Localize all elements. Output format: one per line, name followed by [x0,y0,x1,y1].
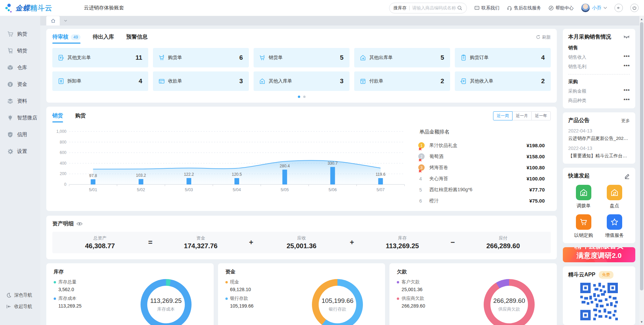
svg-text:200: 200 [60,171,66,176]
help-compass-icon [548,5,554,11]
survey-banner[interactable]: 精斗云新版首页 满意度调研2.0 全新首页已到来 期待收到您的反馈 [563,247,635,262]
after-sales-service-link[interactable]: 售后在线服务 [507,5,541,11]
todo-card-purchase-order[interactable]: 购货单6 [153,48,249,67]
quick-action-value-added[interactable]: 增值服务 [599,214,630,238]
todo-card-other-outbound[interactable]: 其他出库单5 [354,48,450,67]
ranking-row[interactable]: 3 烤海苔卷¥100.80 [419,162,545,173]
todo-card-sales-order[interactable]: 销货单5 [254,48,350,67]
range-last-month-button[interactable]: 近一月 [512,111,532,120]
todo-card-disassembly[interactable]: 拆卸单4 [52,71,148,91]
tab-purchase-trend[interactable]: 购货 [75,112,86,122]
search-icon[interactable] [457,5,463,11]
shield-check-icon [7,131,13,138]
ranking-row[interactable]: 2 葡萄酒¥158.00 [419,151,545,162]
tab-pending-approval[interactable]: 待审核 49 [52,34,80,44]
scrollbar-up-arrow[interactable]: ▲ [639,17,644,21]
operator-plus: + [350,238,354,247]
todo-card-other-income[interactable]: 其他收入单2 [455,71,551,91]
tab-alerts[interactable]: 预警信息 [126,34,148,44]
tab-sales-trend[interactable]: 销货 [52,112,63,122]
logo-text: 金蝶精斗云 [15,3,52,13]
todo-card-receipt[interactable]: 收款单3 [153,71,249,91]
legend-supplier-debt: 供应商欠款 266,289.60 [397,295,454,309]
yen-circle-icon [7,81,13,88]
refresh-button[interactable]: 刷新 [536,34,551,43]
edit-pencil-icon[interactable] [624,173,630,179]
cart-icon [579,218,588,226]
assets-title: 资产明细 [52,220,74,227]
dark-nav-toggle[interactable]: 深色导航 [0,289,40,301]
tab-dropdown-button[interactable] [62,16,69,25]
quick-action-purchase-by-sales[interactable]: 以销定购 [568,214,599,238]
scrollbar-thumb[interactable] [640,22,643,290]
user-menu[interactable]: 小乔 [581,3,607,12]
ranking-row[interactable]: 6 橙汁¥75.00 [419,195,545,206]
todo-card-other-inbound[interactable]: 其他入库单3 [254,71,350,91]
svg-text:120.5: 120.5 [232,172,242,177]
date-range-group: 近一周 近一月 近一年 [493,111,551,123]
ranking-row[interactable]: 5 西红柿意粉酱190g*6¥77.70 [419,184,545,195]
exit-back-button[interactable] [614,4,623,12]
tab-pending-in-out[interactable]: 待出入库 [93,34,114,44]
carousel-dot[interactable] [303,96,306,98]
legend-dot [397,297,399,300]
help-center-link[interactable]: 帮助中心 [548,5,574,11]
carousel-dot-active[interactable] [298,96,300,98]
range-last-year-button[interactable]: 近一年 [531,111,551,120]
scrollbar-down-arrow[interactable]: ▼ [639,320,644,324]
contact-us-link[interactable]: 联系我们 [474,5,499,11]
quick-action-transfer[interactable]: 调拨单 [568,185,599,209]
page-scrollbar[interactable]: ▲ ▼ [639,16,644,325]
sidebar-item-purchase[interactable]: 购货 [0,25,40,42]
banner-line-2: 满意度调研2.0 [577,251,622,260]
handtruck-icon [7,48,13,54]
search-scope-selector[interactable]: 搜库存 [393,5,407,11]
sidebar-item-credit[interactable]: 信用 [0,126,40,143]
range-last-week-button[interactable]: 近一周 [493,111,513,120]
todo-card-other-expense[interactable]: 其他支出单11 [52,48,148,67]
formula-payable: 应付266,289.60 [483,235,523,250]
logout-power-button[interactable] [630,4,639,12]
sales-revenue-row: 销售收入*** [568,54,630,60]
sidebar-item-data[interactable]: 资料 [0,93,40,109]
announcements-title: 产品公告 [568,117,621,124]
sidebar-item-funds[interactable]: 资金 [0,76,40,93]
funds-donut-chart: 105,199.66银行存款 [312,279,363,325]
pending-count-badge: 49 [71,34,80,40]
svg-text:400: 400 [60,161,66,166]
collapse-nav-button[interactable]: 收起导航 [0,301,40,312]
cart-icon [7,31,13,37]
debt-donut-card: 欠款 客户欠款 25,001.36 供应商欠款 266,289.60 [389,263,557,325]
sidebar-item-sales[interactable]: 销货 [0,42,40,59]
sidebar-item-warehouse[interactable]: 仓库 [0,59,40,76]
announcement-item[interactable]: 2022-04-13 【重要通知】精斗云工作台域… [568,146,630,159]
debt-donut-chart: 266,289.60供应商欠款 [484,279,535,325]
home-tab[interactable] [46,16,60,25]
svg-text:1,000: 1,000 [56,129,66,134]
search-input[interactable] [412,5,457,10]
more-link[interactable]: 更多 [621,118,630,124]
star-icon [610,218,619,226]
eye-hidden-icon[interactable] [623,35,630,39]
app-logo[interactable]: 金蝶精斗云 [5,3,70,13]
search-box[interactable]: 搜库存 [389,3,467,13]
formula-funds: 资金174,327.76 [180,235,221,250]
ranking-row[interactable]: 1 果汁饮品礼盒¥198.00 [419,140,545,151]
announcement-item[interactable]: 2022-04-13 云进销存产品更新公告_20220… [568,128,630,142]
cart-plus-icon [158,54,165,61]
logo-dots-icon [5,3,13,13]
sales-trend-chart: 02004006008001,00097.8103.2122.2120.5280… [52,127,415,197]
eye-visible-icon[interactable] [76,222,83,226]
avatar[interactable] [581,3,590,12]
quick-action-stocktake[interactable]: 盘点 [599,185,630,209]
divider [568,74,630,74]
bulb-icon [7,115,13,121]
purchase-section-label: 采购 [568,78,630,85]
todo-card-purchase-request[interactable]: 购货订单4 [455,48,551,67]
sidebar-item-smart-store[interactable]: 智慧微店 [0,109,40,126]
todo-card-payment[interactable]: 付款单2 [354,71,450,91]
svg-text:800: 800 [60,140,66,145]
ranking-row[interactable]: 4 夹心海苔¥100.00 [419,173,545,184]
sidebar-item-settings[interactable]: 设置 [0,143,40,160]
operator-equals: = [148,238,153,247]
